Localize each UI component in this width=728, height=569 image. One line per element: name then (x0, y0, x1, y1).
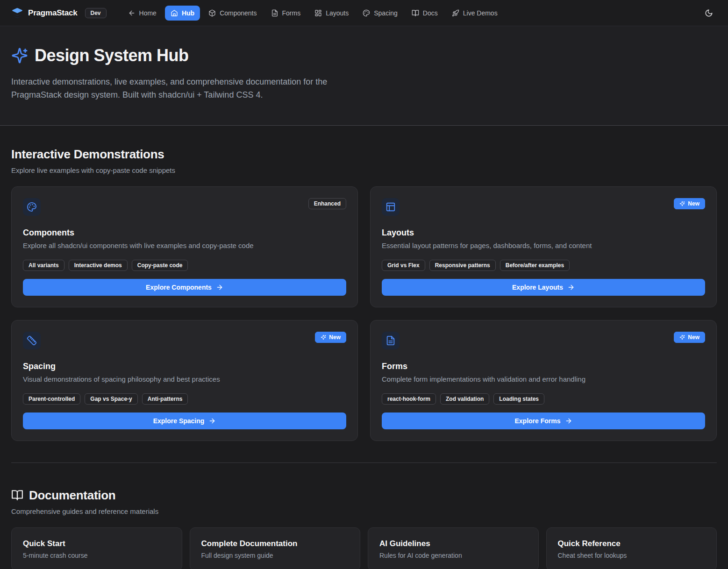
hero-section: Design System Hub Interactive demonstrat… (0, 26, 728, 126)
card-description: Explore all shadcn/ui components with li… (23, 242, 346, 249)
demos-section: Interactive Demonstrations Explore live … (0, 126, 728, 441)
nav-item-components[interactable]: Components (203, 6, 262, 21)
explore-layouts-button[interactable]: Explore Layouts (382, 279, 705, 296)
nav-item-docs[interactable]: Docs (406, 6, 443, 21)
card-title: Layouts (382, 228, 705, 238)
nav-item-hub[interactable]: Hub (165, 6, 200, 21)
sparkles-icon (679, 334, 685, 340)
file-text-icon (382, 332, 400, 349)
box-icon (208, 9, 216, 17)
demo-card-spacing[interactable]: New Spacing Visual demonstrations of spa… (11, 320, 358, 441)
demo-card-forms[interactable]: New Forms Complete form implementations … (370, 320, 717, 441)
arrow-right-icon (565, 417, 572, 425)
demo-card-components[interactable]: Enhanced Components Explore all shadcn/u… (11, 186, 358, 307)
brand[interactable]: PragmaStack Dev (11, 7, 107, 19)
status-badge: New (674, 332, 705, 343)
nav-item-live-demos[interactable]: Live Demos (446, 6, 503, 21)
ruler-icon (23, 332, 41, 349)
main-nav: Home Hub Components Forms Layouts (122, 6, 503, 21)
doc-card-quick-start[interactable]: Quick Start 5-minute crash course (11, 527, 182, 569)
demos-subheading: Explore live examples with copy-paste co… (11, 166, 717, 174)
feature-tag: Gap vs Space-y (85, 393, 137, 405)
feature-tag: Interactive demos (69, 260, 128, 271)
doc-card-description: Full design system guide (201, 552, 349, 559)
status-badge: New (674, 198, 705, 209)
palette-icon (363, 9, 370, 17)
feature-tag: Responsive patterns (429, 260, 496, 271)
page-title: Design System Hub (35, 46, 189, 65)
arrow-right-icon (567, 284, 575, 291)
theme-toggle-button[interactable] (701, 5, 717, 21)
doc-card-quick-reference[interactable]: Quick Reference Cheat sheet for lookups (546, 527, 717, 569)
arrow-right-icon (208, 417, 216, 425)
nav-item-forms[interactable]: Forms (265, 6, 307, 21)
nav-item-home[interactable]: Home (122, 6, 162, 21)
layers-icon (11, 7, 23, 19)
doc-card-title: Quick Reference (558, 539, 706, 548)
doc-card-description: Rules for AI code generation (379, 552, 527, 559)
file-text-icon (271, 9, 278, 17)
doc-card-description: 5-minute crash course (23, 552, 171, 559)
card-description: Essential layout patterns for pages, das… (382, 242, 705, 249)
doc-card-title: Complete Documentation (201, 539, 349, 548)
card-description: Visual demonstrations of spacing philoso… (23, 375, 346, 383)
rocket-icon (452, 9, 459, 17)
explore-spacing-button[interactable]: Explore Spacing (23, 413, 346, 429)
feature-tag: Copy-paste code (132, 260, 188, 271)
top-navbar: PragmaStack Dev Home Hub Components Fo (0, 0, 728, 26)
card-title: Components (23, 228, 346, 238)
feature-tag: Zod validation (440, 393, 489, 405)
layout-dashboard-icon (314, 9, 322, 17)
explore-forms-button[interactable]: Explore Forms (382, 413, 705, 429)
explore-components-button[interactable]: Explore Components (23, 279, 346, 296)
doc-card-title: AI Guidelines (379, 539, 527, 548)
layout-panel-icon (382, 198, 400, 216)
feature-tag: All variants (23, 260, 64, 271)
feature-tag: Anti-patterns (142, 393, 188, 405)
arrow-left-icon (128, 9, 136, 17)
docs-section: Documentation Comprehensive guides and r… (0, 463, 728, 569)
doc-card-complete-documentation[interactable]: Complete Documentation Full design syste… (190, 527, 361, 569)
doc-card-title: Quick Start (23, 539, 171, 548)
brand-name: PragmaStack (28, 8, 78, 18)
demo-card-grid: Enhanced Components Explore all shadcn/u… (11, 186, 717, 441)
feature-tag: Grid vs Flex (382, 260, 425, 271)
sparkles-icon (321, 334, 326, 340)
card-title: Spacing (23, 362, 346, 371)
demos-heading: Interactive Demonstrations (11, 147, 164, 162)
feature-tag: Parent-controlled (23, 393, 80, 405)
feature-tag: Before/after examples (500, 260, 570, 271)
palette-icon (23, 198, 41, 216)
status-badge: Enhanced (308, 198, 346, 209)
docs-heading: Documentation (29, 488, 115, 503)
book-open-icon (412, 9, 419, 17)
demo-card-layouts[interactable]: New Layouts Essential layout patterns fo… (370, 186, 717, 307)
feature-tag: react-hook-form (382, 393, 436, 405)
sparkles-icon (11, 47, 28, 64)
card-description: Complete form implementations with valid… (382, 375, 705, 383)
nav-item-spacing[interactable]: Spacing (357, 6, 403, 21)
card-title: Forms (382, 362, 705, 371)
doc-card-description: Cheat sheet for lookups (558, 552, 706, 559)
env-badge: Dev (85, 8, 107, 18)
doc-card-ai-guidelines[interactable]: AI Guidelines Rules for AI code generati… (368, 527, 539, 569)
arrow-right-icon (216, 284, 223, 291)
docs-subheading: Comprehensive guides and reference mater… (11, 507, 717, 515)
nav-item-layouts[interactable]: Layouts (309, 6, 354, 21)
page-subtitle: Interactive demonstrations, live example… (11, 76, 359, 102)
home-icon (171, 9, 178, 17)
book-open-icon (11, 489, 23, 501)
status-badge: New (315, 332, 346, 343)
doc-card-grid: Quick Start 5-minute crash course Comple… (11, 527, 717, 569)
sparkles-icon (679, 201, 685, 206)
moon-icon (705, 9, 713, 17)
feature-tag: Loading states (493, 393, 544, 405)
